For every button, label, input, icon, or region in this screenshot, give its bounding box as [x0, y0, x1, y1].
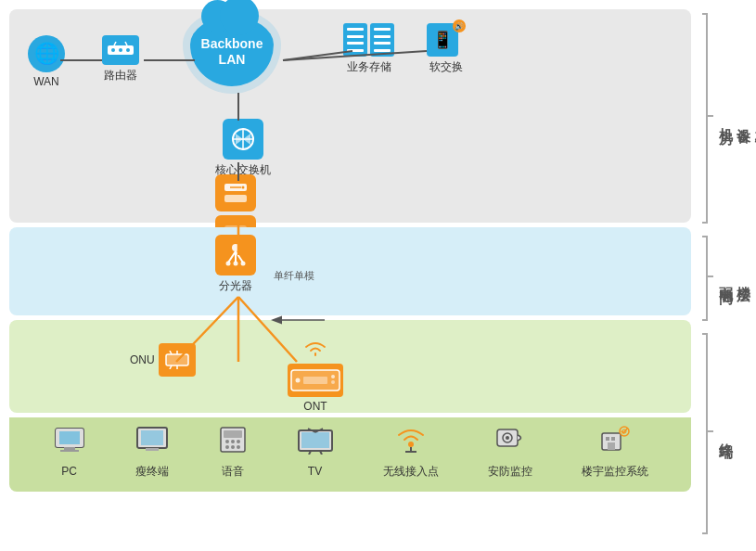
- svg-point-12: [111, 48, 115, 52]
- wireless-ap-icon: [394, 426, 428, 460]
- svg-line-28: [236, 251, 243, 263]
- router-node: 路由器: [102, 35, 139, 83]
- svg-rect-47: [64, 447, 75, 450]
- svg-point-40: [296, 378, 301, 383]
- core-room-brace-area: 核心设备机房: [693, 9, 747, 227]
- svg-point-43: [331, 380, 335, 384]
- ont-icon: [288, 364, 343, 397]
- svg-rect-50: [141, 430, 163, 445]
- svg-rect-48: [60, 450, 79, 452]
- pc-icon: [53, 427, 86, 461]
- svg-line-26: [228, 251, 236, 263]
- wireless-ap-label: 无线接入点: [383, 464, 439, 480]
- sections-area: 🌐 WAN 路由器: [9, 9, 691, 542]
- bottom-devices-row: PC 瘦终端: [9, 413, 691, 492]
- wifi-icon: [301, 339, 330, 362]
- svg-rect-51: [146, 448, 159, 451]
- svg-point-22: [242, 186, 245, 189]
- splitter-icon: [215, 235, 256, 276]
- device-voice: 语音: [218, 426, 248, 480]
- router-label: 路由器: [104, 68, 137, 83]
- device-building-control: 楼宇监控系统: [582, 426, 648, 480]
- olt-icon: [215, 174, 256, 211]
- storage-label: 业务存储: [347, 59, 391, 75]
- building-control-label: 楼宇监控系统: [582, 464, 648, 480]
- svg-point-30: [234, 262, 238, 266]
- tv-icon: [297, 427, 334, 461]
- ont-node: ONT: [288, 339, 343, 413]
- svg-rect-71: [606, 437, 609, 441]
- backbone-lan-label: BackboneLAN: [201, 36, 263, 68]
- svg-point-13: [119, 48, 122, 52]
- svg-rect-41: [303, 377, 327, 384]
- svg-point-42: [331, 375, 335, 378]
- svg-rect-32: [166, 354, 188, 365]
- voice-icon: [218, 426, 248, 460]
- device-wireless-ap: 无线接入点: [383, 426, 439, 480]
- onu-node: ONU: [130, 343, 196, 377]
- onu-prefix-label: ONU: [130, 353, 155, 366]
- softswitch-node: 📱 🔊 软交换: [427, 23, 466, 75]
- svg-point-57: [225, 445, 229, 449]
- thin-client-label: 瘦终端: [135, 464, 169, 480]
- wan-icon: 🌐: [28, 35, 65, 72]
- wan-label: WAN: [33, 75, 59, 88]
- wan-node: 🌐 WAN: [28, 35, 65, 88]
- svg-point-55: [231, 440, 235, 443]
- section-devices: PC 瘦终端: [9, 417, 691, 492]
- svg-rect-73: [608, 442, 615, 450]
- svg-rect-21: [224, 195, 247, 202]
- device-tv: TV: [297, 427, 334, 478]
- svg-point-14: [126, 48, 130, 52]
- svg-point-58: [231, 445, 235, 449]
- svg-rect-61: [301, 432, 329, 448]
- svg-point-29: [226, 262, 231, 266]
- splitter-label: 分光器: [219, 278, 252, 294]
- thin-client-icon: [135, 426, 169, 460]
- section-floor: 分光器 单纤单模: [9, 227, 691, 315]
- pc-label: PC: [61, 465, 77, 478]
- router-icon: [102, 35, 139, 65]
- svg-rect-72: [611, 437, 615, 441]
- storage-icon: [343, 23, 394, 57]
- device-security: 安防监控: [488, 426, 532, 480]
- svg-point-31: [241, 262, 246, 266]
- core-room-label: 核心设备机房: [717, 117, 756, 121]
- terminal-brace-area: 终端: [693, 329, 747, 538]
- section-terminal-bg: ONU: [9, 320, 691, 413]
- security-label: 安防监控: [488, 464, 532, 480]
- svg-point-64: [408, 442, 414, 447]
- single-fiber-area: 单纤单模: [274, 269, 314, 283]
- backbone-lan-node: BackboneLAN: [190, 17, 274, 86]
- svg-rect-46: [59, 431, 80, 444]
- floor-room-label: 楼层弱电间: [717, 276, 753, 281]
- onu-icon-group: ONU: [130, 343, 196, 377]
- terminal-label: 终端: [717, 432, 735, 436]
- device-thin-client: 瘦终端: [135, 426, 169, 480]
- svg-point-69: [506, 436, 509, 440]
- ont-icon-group: [288, 339, 343, 397]
- voice-label: 语音: [222, 464, 244, 480]
- backbone-lan-cloud: BackboneLAN: [190, 17, 274, 86]
- softswitch-icon: 📱 🔊: [427, 23, 466, 57]
- core-switch-node: 核心交换机: [215, 119, 271, 178]
- device-pc: PC: [53, 427, 86, 478]
- core-switch-icon: [223, 119, 263, 160]
- building-control-icon: [598, 426, 632, 460]
- single-fiber-label: 单纤单模: [274, 269, 314, 283]
- main-container: 🌐 WAN 路由器: [0, 0, 756, 551]
- tv-label: TV: [308, 465, 322, 478]
- section-core: 🌐 WAN 路由器: [9, 9, 691, 223]
- ont-label: ONT: [303, 400, 327, 413]
- svg-line-15: [114, 42, 116, 45]
- svg-point-25: [232, 244, 239, 251]
- splitter-node: 分光器: [215, 235, 256, 294]
- svg-rect-53: [224, 430, 242, 438]
- softswitch-label: 软交换: [429, 59, 463, 75]
- onu-icon: [159, 343, 196, 377]
- security-icon: [493, 426, 527, 460]
- svg-point-59: [237, 445, 240, 449]
- storage-node: 业务存储: [343, 23, 394, 75]
- svg-point-54: [225, 440, 229, 443]
- svg-line-16: [125, 42, 127, 45]
